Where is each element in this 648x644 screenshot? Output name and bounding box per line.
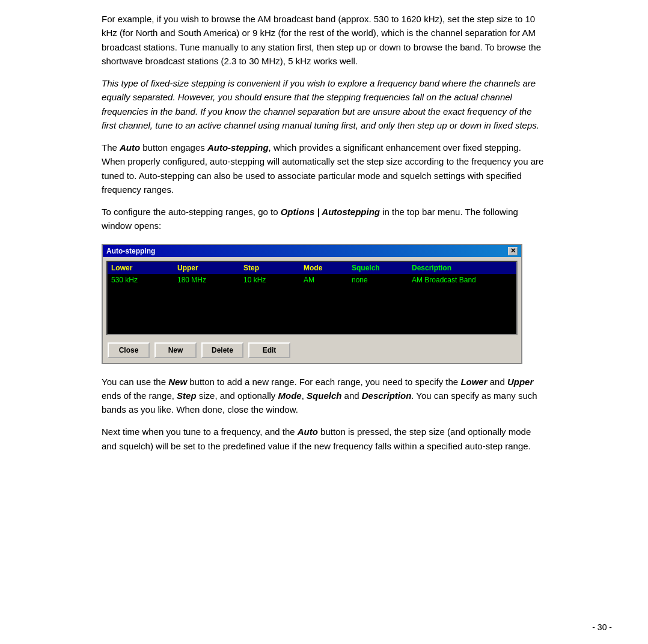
p5-middle2: ends of the range,: [102, 390, 177, 401]
dialog-title: Auto-stepping: [106, 247, 155, 255]
p3-prefix: The: [102, 142, 120, 153]
col-header-squelch: Squelch: [348, 262, 408, 274]
new-button[interactable]: New: [154, 342, 197, 358]
dialog-body: Lower Upper Step Mode Squelch Descriptio…: [103, 257, 521, 363]
col-header-step: Step: [240, 262, 300, 274]
dialog-titlebar: Auto-stepping ✕: [103, 245, 521, 257]
p5-new: New: [168, 377, 187, 387]
p3-autostepping: Auto-stepping: [207, 142, 269, 153]
paragraph-3: The Auto button engages Auto-stepping, w…: [102, 141, 546, 196]
p4-prefix: To configure the auto-stepping ranges, g…: [102, 207, 281, 217]
cell-upper: 180 MHz: [174, 274, 240, 286]
p5-comma: ,: [302, 390, 307, 401]
cell-description: AM Broadcast Band: [408, 274, 516, 286]
p3-middle1: button engages: [140, 142, 207, 153]
p5-mode: Mode: [278, 390, 302, 401]
p6-prefix: Next time when you tune to a frequency, …: [102, 427, 298, 437]
p5-upper: Upper: [507, 377, 533, 387]
p2-text: This type of fixed-size stepping is conv…: [102, 78, 539, 130]
p5-middle1: button to add a new range. For each rang…: [187, 377, 460, 387]
page-number: - 30 -: [592, 622, 612, 632]
edit-button[interactable]: Edit: [248, 342, 290, 358]
cell-lower: 530 kHz: [108, 274, 174, 286]
p5-lower: Lower: [460, 377, 487, 387]
col-header-mode: Mode: [300, 262, 348, 274]
cell-step: 10 kHz: [240, 274, 300, 286]
p5-step: Step: [177, 390, 197, 401]
p5-and: and: [488, 377, 507, 387]
p5-middle3: size, and optionally: [197, 390, 278, 401]
col-header-description: Description: [408, 262, 516, 274]
p5-description: Description: [362, 390, 412, 401]
table-row[interactable]: 530 kHz 180 MHz 10 kHz AM none AM Broadc…: [108, 274, 516, 286]
p3-auto: Auto: [120, 142, 140, 153]
paragraph-1: For example, if you wish to browse the A…: [102, 12, 546, 68]
col-header-lower: Lower: [108, 262, 174, 274]
delete-button[interactable]: Delete: [201, 342, 243, 358]
content-area: For example, if you wish to browse the A…: [102, 12, 546, 453]
p1-text: For example, if you wish to browse the A…: [102, 14, 541, 66]
auto-stepping-table: Lower Upper Step Mode Squelch Descriptio…: [106, 261, 518, 335]
p5-and2: and: [341, 390, 361, 401]
auto-stepping-dialog: Auto-stepping ✕ Lower Upper Step Mode Sq…: [102, 244, 522, 364]
table-header-row: Lower Upper Step Mode Squelch Descriptio…: [108, 262, 516, 274]
col-header-upper: Upper: [174, 262, 240, 274]
p5-prefix1: You can use the: [102, 377, 168, 387]
table-empty-area: [108, 286, 516, 334]
p4-options: Options | Autostepping: [281, 207, 380, 217]
p5-squelch: Squelch: [307, 390, 341, 401]
paragraph-5: You can use the New button to add a new …: [102, 375, 546, 417]
paragraph-2-italic: This type of fixed-size stepping is conv…: [102, 76, 546, 132]
dialog-close-button[interactable]: ✕: [508, 247, 518, 255]
paragraph-4: To configure the auto-stepping ranges, g…: [102, 205, 546, 233]
cell-mode: AM: [300, 274, 348, 286]
close-button[interactable]: Close: [108, 342, 150, 358]
dialog-button-row: Close New Delete Edit: [106, 340, 518, 359]
p6-auto: Auto: [298, 427, 318, 437]
paragraph-6: Next time when you tune to a frequency, …: [102, 425, 546, 453]
cell-squelch: none: [348, 274, 408, 286]
